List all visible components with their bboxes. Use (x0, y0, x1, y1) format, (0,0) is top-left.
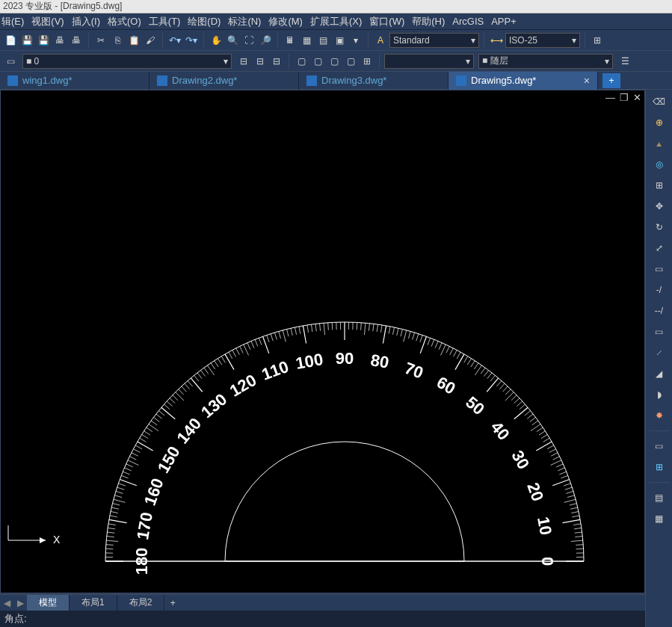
bylayer-select[interactable]: ■ 随层▾ (478, 54, 613, 69)
break-icon[interactable]: ▭ (652, 324, 667, 339)
calc-icon[interactable]: 🖩 (283, 33, 298, 48)
layerfrz-icon[interactable]: ⊟ (269, 54, 284, 69)
print2-icon[interactable]: 🖶 (69, 33, 84, 48)
mirror-icon[interactable]: ⟁ (652, 136, 667, 151)
array-icon[interactable]: ⊞ (652, 178, 667, 193)
tab-prev-icon[interactable]: ◀ (0, 598, 13, 608)
command-line[interactable]: 角点: (0, 611, 645, 627)
tab-drawing2[interactable]: Drawing2.dwg* (149, 72, 299, 90)
layeriso-icon[interactable]: ⊟ (236, 54, 251, 69)
menu-extensions[interactable]: 扩展工具(X) (310, 15, 362, 28)
print-icon[interactable]: 🖶 (52, 33, 67, 48)
svg-line-102 (307, 325, 309, 333)
menu-tools[interactable]: 工具(T) (149, 15, 181, 28)
copy-icon[interactable]: ⎘ (110, 33, 125, 48)
group-icon[interactable]: ⊞ (652, 460, 667, 475)
svg-line-80 (397, 328, 398, 336)
tool-icon[interactable]: ▣ (332, 33, 347, 48)
add-tab-icon[interactable]: + (602, 73, 620, 88)
offset-icon[interactable]: ◎ (652, 157, 667, 172)
copy2-icon[interactable]: ⊕ (652, 115, 667, 130)
layer-icon[interactable]: ▭ (3, 54, 18, 69)
chamfer-icon[interactable]: ◢ (652, 366, 667, 381)
zoom-icon[interactable]: 🔍 (225, 33, 240, 48)
menu-modify[interactable]: 修改(M) (268, 15, 303, 28)
menu-app[interactable]: APP+ (491, 16, 517, 27)
dimstyle-icon[interactable]: ⟷ (489, 33, 504, 48)
tab-next-icon[interactable]: ▶ (13, 598, 27, 608)
block5-icon[interactable]: ⊞ (360, 54, 374, 69)
scale-icon[interactable]: ⤢ (652, 241, 667, 256)
layeroff-icon[interactable]: ⊟ (253, 54, 268, 69)
dropdown-icon[interactable]: ▾ (348, 33, 363, 48)
svg-line-123 (225, 354, 234, 370)
cut-icon[interactable]: ✂ (93, 33, 108, 48)
pan-icon[interactable]: ✋ (209, 33, 224, 48)
svg-line-153 (138, 442, 153, 451)
menu-arcgis[interactable]: ArcGIS (452, 16, 484, 27)
undo-icon[interactable]: ↶▾ (167, 33, 182, 48)
palette-icon[interactable]: ▤ (315, 33, 330, 48)
eraser-icon[interactable]: ⌫ (652, 94, 667, 109)
fillet-icon[interactable]: ◗ (652, 387, 667, 402)
color-select[interactable]: ▾ (384, 54, 474, 69)
block2-icon[interactable]: ▢ (310, 54, 325, 69)
join-icon[interactable]: ⟋ (652, 345, 667, 360)
textstyle-icon[interactable]: A (373, 33, 388, 48)
svg-line-62 (464, 356, 468, 363)
svg-line-69 (439, 343, 442, 350)
rotate-icon[interactable]: ↻ (652, 220, 667, 235)
tab-drawing5[interactable]: Drawing5.dwg*× (448, 72, 598, 90)
zoom-w-icon[interactable]: ⛶ (241, 33, 256, 48)
svg-line-173 (109, 519, 127, 522)
close-icon[interactable]: ✕ (633, 92, 641, 103)
menu-view[interactable]: 视图(V) (31, 15, 64, 28)
layout1-tab[interactable]: 布局1 (70, 595, 117, 611)
svg-line-147 (151, 421, 157, 425)
draworder-icon[interactable]: ▭ (652, 439, 667, 454)
svg-line-174 (108, 524, 116, 525)
layer-select[interactable]: ■ 0▾ (22, 54, 232, 69)
properties-icon[interactable]: ▤ (652, 490, 667, 505)
menu-format[interactable]: 格式(O) (108, 15, 141, 28)
block4-icon[interactable]: ▢ (343, 54, 358, 69)
dim-style-select[interactable]: ISO-25▾ (505, 33, 580, 48)
close-tab-icon[interactable]: × (584, 75, 590, 87)
saveall-icon[interactable]: 💾 (36, 33, 51, 48)
match-icon[interactable]: 🖌 (143, 33, 158, 48)
new-icon[interactable]: 📄 (3, 33, 18, 48)
paste-icon[interactable]: 📋 (126, 33, 141, 48)
menu-draw[interactable]: 绘图(D) (188, 15, 221, 28)
stretch-icon[interactable]: ▭ (652, 262, 667, 277)
design-icon[interactable]: ▦ (652, 511, 667, 526)
move-icon[interactable]: ✥ (652, 199, 667, 214)
add-layout-icon[interactable]: + (164, 598, 181, 608)
save-icon[interactable]: 💾 (19, 33, 34, 48)
svg-line-164 (118, 484, 125, 486)
model-tab[interactable]: 模型 (27, 595, 70, 611)
explode-icon[interactable]: ✸ (652, 408, 667, 423)
menu-dimension[interactable]: 标注(N) (228, 15, 261, 28)
layout2-tab[interactable]: 布局2 (117, 595, 165, 611)
extend-icon[interactable]: --/ (652, 303, 667, 318)
text-style-select[interactable]: Standard▾ (389, 33, 479, 48)
svg-line-98 (324, 323, 324, 335)
right-tool-icon[interactable]: ⊞ (590, 33, 605, 48)
drawing-canvas[interactable]: — ❐ ✕ 0102030405060708090100110120130140… (0, 90, 645, 593)
menu-window[interactable]: 窗口(W) (369, 15, 404, 28)
restore-icon[interactable]: ❐ (620, 92, 629, 103)
redo-icon[interactable]: ↷▾ (184, 33, 199, 48)
block1-icon[interactable]: ▢ (294, 54, 309, 69)
block3-icon[interactable]: ▢ (327, 54, 342, 69)
tab-drawing3[interactable]: Drawing3.dwg* (299, 72, 448, 90)
menu-edit[interactable]: 辑(E) (1, 15, 24, 28)
table-icon[interactable]: ▦ (299, 33, 314, 48)
menu-help[interactable]: 帮助(H) (412, 15, 445, 28)
zoom-e-icon[interactable]: 🔎 (258, 33, 273, 48)
tab-drawing1[interactable]: wing1.dwg* (0, 72, 149, 90)
trim-icon[interactable]: -/ (652, 282, 667, 297)
layout-tabs: ◀ ▶ 模型 布局1 布局2 + (0, 594, 645, 611)
minimize-icon[interactable]: — (605, 92, 615, 103)
menu-insert[interactable]: 插入(I) (72, 15, 100, 28)
lineweight-icon[interactable]: ☰ (617, 54, 632, 69)
